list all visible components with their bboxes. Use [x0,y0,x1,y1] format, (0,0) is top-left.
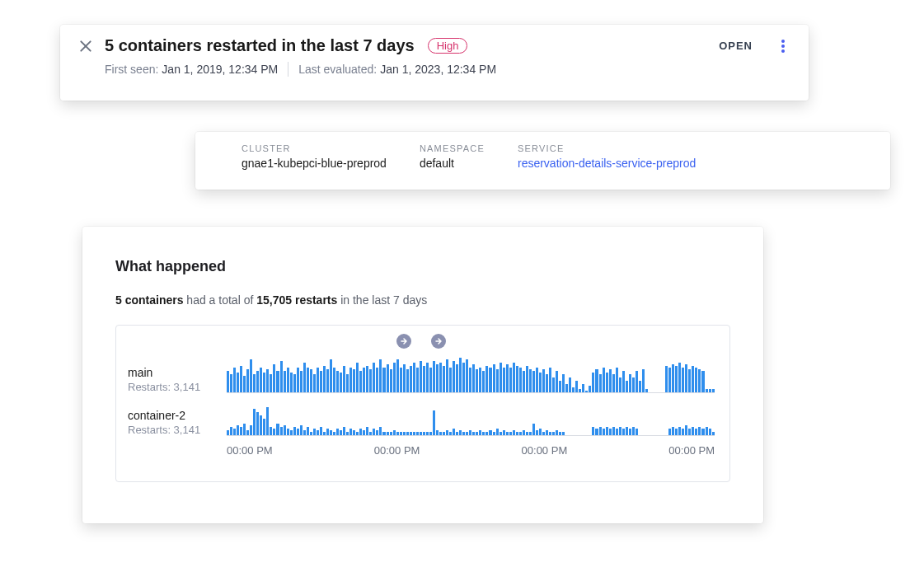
what-happened-title: What happened [115,258,730,275]
status-label: OPEN [719,40,753,52]
axis-tick: 00:00 PM [668,444,715,457]
chart-panel: main Restarts: 3,141 container-2 Restart… [115,325,730,482]
chart-bars-container-2 [227,396,715,436]
chart-nav-arrows [128,334,715,349]
what-happened-card: What happened 5 containers had a total o… [82,227,763,523]
chart-axis: 00:00 PM 00:00 PM 00:00 PM 00:00 PM [128,444,715,457]
header-row: 5 containers restarted in the last 7 day… [78,36,790,55]
what-happened-summary: 5 containers had a total of 15,705 resta… [115,293,730,307]
summary-suffix: in the last 7 days [337,293,427,307]
chart-series-name: container-2 [128,409,223,422]
chart-series-label: container-2 Restarts: 3,141 [128,409,223,436]
chart-bars-main [227,354,715,393]
summary-mid: had a total of [183,293,256,307]
axis-tick: 00:00 PM [374,444,522,457]
chart-series-restarts: Restarts: 3,141 [128,424,223,436]
more-actions-icon[interactable] [776,39,790,54]
divider [288,62,288,77]
first-seen-label: First seen: [105,63,158,76]
namespace-column: NAMESPACE default [420,143,485,178]
header-meta-row: First seen: Jan 1, 2019, 12:34 PM Last e… [105,62,790,77]
cluster-label: CLUSTER [242,143,387,153]
service-link[interactable]: reservation-details-service-preprod [518,157,696,170]
arrow-right-icon[interactable] [396,334,411,349]
close-icon[interactable] [78,39,93,54]
first-seen-value: Jan 1, 2019, 12:34 PM [162,63,278,76]
chart-series-name: main [128,366,223,379]
cluster-value: gnae1-kubepci-blue-preprod [242,157,387,170]
chart-series-restarts: Restarts: 3,141 [128,381,223,393]
context-meta-card: CLUSTER gnae1-kubepci-blue-preprod NAMES… [195,132,890,190]
arrow-right-icon[interactable] [431,334,446,349]
summary-restarts: 15,705 restarts [256,293,337,307]
axis-tick: 00:00 PM [227,444,374,457]
summary-containers: 5 containers [115,293,183,307]
last-evaluated-label: Last evaluated: [298,63,377,76]
issue-title: 5 containers restarted in the last 7 day… [105,36,415,55]
issue-header-card: 5 containers restarted in the last 7 day… [60,25,809,101]
chart-series-container-2: container-2 Restarts: 3,141 [128,396,715,436]
namespace-label: NAMESPACE [420,143,485,153]
axis-tick: 00:00 PM [522,444,669,457]
chart-series-main: main Restarts: 3,141 [128,354,715,393]
last-evaluated-value: Jan 1, 2023, 12:34 PM [380,63,496,76]
severity-badge: High [428,38,468,54]
chart-series-label: main Restarts: 3,141 [128,366,223,393]
service-column: SERVICE reservation-details-service-prep… [518,143,696,178]
namespace-value: default [420,157,485,170]
service-label: SERVICE [518,143,696,153]
cluster-column: CLUSTER gnae1-kubepci-blue-preprod [242,143,387,178]
